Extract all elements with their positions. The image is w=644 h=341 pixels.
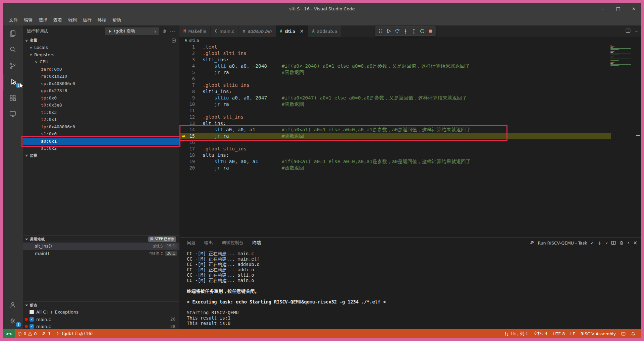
menu-item-编辑[interactable]: 编辑 xyxy=(21,16,36,24)
breakpoint-margin[interactable] xyxy=(179,120,188,127)
code-line-5[interactable]: 5 jr ra #函数返回 xyxy=(179,69,611,76)
watch-section-header[interactable]: ∨ 监视 xyxy=(23,152,179,159)
breakpoint-margin[interactable] xyxy=(179,158,188,165)
code-line-2[interactable]: 2.globl slti_ins xyxy=(179,50,611,57)
breakpoint-margin[interactable] xyxy=(179,63,188,69)
register-sp[interactable]: sp: 0x408006c0 xyxy=(23,80,179,87)
panel-tab-终端[interactable]: 终端 xyxy=(252,237,261,248)
variables-group-locals[interactable]: ∨ Locals xyxy=(23,44,179,51)
minimap[interactable] xyxy=(610,45,635,66)
language-mode[interactable]: RISC-V Assembly xyxy=(578,329,619,338)
breakpoint-margin[interactable] xyxy=(179,165,188,171)
more-actions-icon[interactable]: ··· xyxy=(635,29,639,34)
code-line-12[interactable]: 12.globl slt_ins xyxy=(179,114,611,120)
gear-icon[interactable] xyxy=(162,28,167,34)
overview-ruler[interactable] xyxy=(636,44,641,237)
code-line-3[interactable]: 3slti_ins: xyxy=(179,57,611,63)
menu-item-选择[interactable]: 选择 xyxy=(36,16,50,24)
menu-item-帮助[interactable]: 帮助 xyxy=(109,16,124,24)
menu-item-转到[interactable]: 转到 xyxy=(65,16,80,24)
panel-tab-调试控制台[interactable]: 调试控制台 xyxy=(222,237,244,248)
code-line-7[interactable]: 7.globl sltiu_ins xyxy=(179,82,611,88)
breadcrumb[interactable]: A slti.S xyxy=(179,37,641,44)
breakpoint-margin[interactable] xyxy=(179,108,188,114)
code-line-17[interactable]: 17.globl sltu_ins xyxy=(179,146,611,152)
breakpoint-main.c[interactable]: ✓main.c28 xyxy=(23,323,179,329)
panel-tab-输出[interactable]: 输出 xyxy=(204,237,213,248)
account-icon[interactable] xyxy=(3,297,23,313)
new-terminal-icon[interactable]: + xyxy=(597,240,602,246)
register-t0[interactable]: t0: 0x3e8 xyxy=(23,101,179,109)
code-line-4[interactable]: 4 slti a0, a0, -2048 #if(a0<-2048) a0=1 … xyxy=(179,63,611,69)
problems-indicator[interactable]: 0 0 xyxy=(15,329,39,338)
breakpoint-margin[interactable] xyxy=(179,127,188,133)
breakpoint-margin[interactable] xyxy=(179,101,188,108)
start-debug-icon[interactable] xyxy=(108,29,112,33)
minimize-button[interactable]: – xyxy=(595,3,610,15)
breakpoint-main.c[interactable]: ✓main.c26 xyxy=(23,316,179,323)
panel-tab-问题[interactable]: 问题 xyxy=(187,237,196,248)
running-tasks-indicator[interactable]: 1 xyxy=(39,329,53,338)
register-a1[interactable]: a1: 0x2 xyxy=(23,145,179,152)
debug-current-line-arrow[interactable] xyxy=(179,133,188,139)
code-line-15[interactable]: 15 jr ra #函数返回 xyxy=(179,133,611,139)
breakpoint-All C++ Exceptions[interactable]: All C++ Exceptions xyxy=(23,309,179,316)
variables-section-header[interactable]: ∨ 变量 xyxy=(23,37,179,44)
close-button[interactable]: × xyxy=(626,3,641,15)
breakpoint-margin[interactable] xyxy=(179,146,188,152)
stack-frame-main()[interactable]: main()main.c26:1 xyxy=(23,250,179,257)
eol-setting[interactable]: LF xyxy=(568,329,578,338)
maximize-button[interactable]: □ xyxy=(610,3,626,15)
layout-icon[interactable] xyxy=(619,329,628,338)
restart-button[interactable] xyxy=(418,27,426,36)
continue-button[interactable] xyxy=(384,27,393,36)
code-line-13[interactable]: 13slt_ins: xyxy=(179,120,611,127)
terminal-task-label[interactable]: Run RISCV-QEMU - Task xyxy=(538,241,587,246)
breakpoint-margin[interactable] xyxy=(179,76,188,82)
stack-frame-slt_ins()[interactable]: slt_ins()slti.S15:1 xyxy=(23,243,179,250)
extensions-icon[interactable] xyxy=(3,90,23,106)
register-t1[interactable]: t1: 0x3 xyxy=(23,109,179,116)
cursor-position[interactable]: 行 15，列 1 xyxy=(502,329,531,338)
breakpoint-checkbox[interactable] xyxy=(30,310,34,314)
register-tp[interactable]: tp: 0x0 xyxy=(23,94,179,102)
breakpoint-margin[interactable] xyxy=(179,152,188,158)
drag-handle-icon[interactable] xyxy=(376,27,384,36)
code-editor[interactable]: 1.text2.globl slti_ins3slti_ins:4 slti a… xyxy=(179,44,641,237)
variables-group-cpu[interactable]: ∨ CPU xyxy=(23,58,179,66)
breakpoint-margin[interactable] xyxy=(179,95,188,101)
code-line-19[interactable]: 19 sltu a0, a0, a1 #if(a0<a1) a0=1 else … xyxy=(179,158,611,165)
encoding-setting[interactable]: UTF-8 xyxy=(550,329,568,338)
code-line-9[interactable]: 9 sltiu a0, a0, 2047 #if(a0<2047) a0=1 e… xyxy=(179,95,611,101)
code-line-20[interactable]: 20 jr ra #函数返回 xyxy=(179,165,611,171)
breakpoint-margin[interactable] xyxy=(179,114,188,120)
menu-item-运行[interactable]: 运行 xyxy=(80,16,95,24)
breakpoint-margin[interactable] xyxy=(179,57,188,63)
code-line-14[interactable]: 14 slt a0, a0, a1 #if(a0<a1) a0=1 else a… xyxy=(179,127,611,133)
code-line-8[interactable]: 8sltiu_ins: xyxy=(179,88,611,95)
terminal-dropdown-icon[interactable]: ∨ xyxy=(605,241,608,245)
settings-gear-icon[interactable]: 1 xyxy=(3,313,23,329)
split-terminal-icon[interactable] xyxy=(611,241,616,245)
register-zero[interactable]: zero: 0x0 xyxy=(23,66,179,73)
breakpoint-margin[interactable] xyxy=(179,88,188,95)
register-ra[interactable]: ra: 0x10210 xyxy=(23,73,179,80)
register-a0[interactable]: a0: 0x1 xyxy=(23,138,179,145)
tab-slti.S[interactable]: Aslti.S× xyxy=(276,25,308,37)
terminal-output[interactable]: CC -[M] 正在构建... main.cCC -[M] 正在构建... ma… xyxy=(179,248,641,326)
tab-main.c[interactable]: Cmain.c xyxy=(211,25,238,37)
tab-addsub.S[interactable]: Aaddsub.S xyxy=(308,25,341,37)
breakpoints-section-header[interactable]: ∨ 断点 xyxy=(23,301,179,309)
breakpoint-margin[interactable] xyxy=(179,69,188,76)
kill-terminal-icon[interactable] xyxy=(619,241,624,245)
more-actions-icon[interactable]: ··· xyxy=(170,28,175,34)
source-control-icon[interactable] xyxy=(3,58,23,74)
code-line-10[interactable]: 10 jr ra #函数返回 xyxy=(179,101,611,108)
step-into-button[interactable] xyxy=(401,27,410,36)
variables-group-registers[interactable]: ∨ Registers xyxy=(23,51,179,59)
register-s1[interactable]: s1: 0x0 xyxy=(23,130,179,138)
bell-icon[interactable] xyxy=(628,329,638,338)
breakpoint-margin[interactable] xyxy=(179,44,188,50)
remote-indicator[interactable]: >< xyxy=(3,329,15,338)
code-line-11[interactable]: 11 xyxy=(179,108,611,114)
